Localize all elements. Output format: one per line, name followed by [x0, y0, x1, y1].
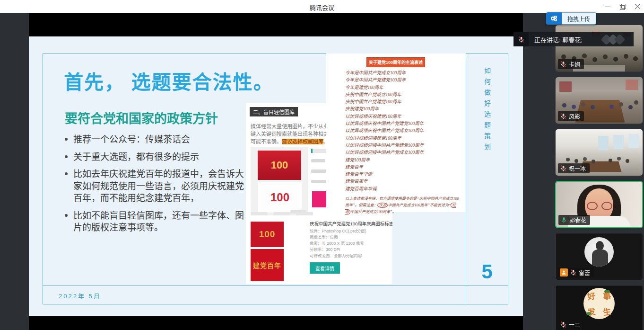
- avatar: [584, 237, 614, 267]
- participant-namebar: 郭春花: [558, 215, 590, 225]
- attendee-heads: [566, 158, 570, 161]
- expression-item: 建党百年华诞: [345, 171, 424, 178]
- participants-rail: 卡姆风影祝一冰郭春花雷蕾好事发生一二: [555, 25, 643, 330]
- participant-name: 雷蕾: [579, 268, 590, 276]
- participant-tile-祝一冰[interactable]: 祝一冰: [555, 129, 643, 176]
- avatar: 好事发生: [583, 288, 615, 319]
- expression-item: 今年是中国共产党建党100周年: [345, 77, 424, 84]
- window-title: 腾讯会议: [0, 3, 644, 12]
- mic-muted-icon: [560, 113, 567, 120]
- expression-item: 今年是建党100周年: [345, 84, 424, 91]
- glasses-icon: [587, 202, 598, 210]
- mic-muted-icon: [560, 61, 567, 68]
- shared-screen-region: 首先， 选题要合法性。 要符合党和国家的政策方针 推荐一个公众号：传媒茶话会关于…: [29, 13, 523, 330]
- circled-word: 庆祝: [377, 203, 388, 208]
- participant-namebar: 风影: [558, 111, 584, 121]
- participant-tile-一二[interactable]: 好事发生一二: [555, 285, 643, 330]
- embedded-screenshot-expressions: 关于建党100周年的主流表述 今年是中国共产党成立100周年今年是中国共产党建党…: [326, 54, 466, 212]
- meeting-logo-watermark-icon: [599, 34, 627, 45]
- expression-item: 庆祝中国共产党建党100周年: [345, 98, 424, 106]
- participant-tile-雷蕾[interactable]: 雷蕾: [555, 233, 643, 280]
- expression-item: 以优异成绩庆祝建党100周年: [345, 113, 424, 120]
- presentation-slide: 首先， 选题要合法性。 要符合党和国家的政策方针 推荐一个公众号：传媒茶话会关于…: [29, 36, 523, 316]
- expression-item: 今年是中国共产党成立100周年: [345, 70, 424, 77]
- participant-name: 风影: [569, 112, 580, 120]
- expression-item: 建党百周年: [345, 178, 424, 185]
- expression-item: 以优异成绩迎接中国共产党建党100周年: [345, 142, 424, 149]
- expression-item: 以优异成绩迎接中国共产党成立100周年: [345, 149, 424, 156]
- app-window: 腾讯会议 首先， 选题要合法性。 要符合党和国家的政策方针 推荐一个公众号：传媒…: [0, 0, 644, 330]
- participant-tile-郭春花[interactable]: 郭春花: [555, 181, 643, 228]
- windows: [628, 134, 639, 148]
- expressions-list: 今年是中国共产党成立100周年今年是中国共产党建党100周年今年是建党100周年…: [345, 70, 424, 193]
- participant-namebar: 雷蕾: [558, 268, 594, 277]
- participant-name: 一二: [569, 321, 580, 329]
- attendee-heads: [562, 103, 566, 107]
- participant-name: 郭春花: [569, 216, 586, 224]
- role-person-icon: [560, 268, 568, 276]
- cloud-drive-icon: [546, 12, 562, 25]
- wall-art: [626, 80, 638, 90]
- speaking-toast: 正在讲话: 郭春花;: [513, 32, 634, 46]
- participant-name: 祝一冰: [569, 164, 586, 172]
- expression-item: 庆祝建党100周年: [345, 106, 424, 113]
- participant-name: 卡姆: [569, 60, 580, 68]
- restore-icon[interactable]: [619, 3, 626, 10]
- attendee-heads: [561, 54, 566, 59]
- expression-item: 以优异成绩庆祝中国共产党成立100周年: [345, 127, 424, 134]
- slide-date: 2022年 5月: [59, 291, 101, 300]
- participant-namebar: 祝一冰: [558, 163, 590, 173]
- slide-page-number: 5: [466, 260, 508, 283]
- mic-active-icon: [560, 216, 567, 223]
- slide-side-strip: 如何做好选题策划 5: [466, 54, 508, 304]
- slide-footer: 2022年 5月: [43, 285, 508, 304]
- expression-item: 建党100周年: [345, 157, 424, 164]
- glasses-icon: [601, 202, 612, 210]
- expression-item: 以优异成绩迎接建党100周年: [345, 135, 424, 142]
- expression-item: 庆祝中国共产党成立100周年: [345, 91, 424, 98]
- minimize-icon[interactable]: [604, 3, 611, 10]
- window-titlebar: 腾讯会议: [0, 0, 644, 13]
- participant-tile-卡姆[interactable]: 卡姆: [555, 25, 643, 72]
- mic-muted-icon: [513, 32, 529, 46]
- expressions-banner: 关于建党100周年的主流表述: [366, 57, 425, 67]
- speaking-toast-text: 正在讲话: 郭春花;: [534, 35, 583, 44]
- expressions-note: 以上表述都没有错，官方语境使用最多的是“庆祝中国共产党成立100周年”。但需注意…: [345, 196, 461, 215]
- expression-item: 建党百周年华诞: [345, 186, 424, 193]
- mic-muted-icon: [560, 165, 567, 172]
- expression-item: 以优异成绩庆祝中国共产党建党100周年: [345, 120, 424, 127]
- participant-namebar: 卡姆: [558, 59, 584, 69]
- close-icon[interactable]: [635, 3, 641, 10]
- mic-muted-icon: [570, 269, 577, 276]
- participant-namebar: 一二: [558, 320, 584, 330]
- expression-item: 建党百年: [345, 164, 424, 171]
- drag-upload-button[interactable]: 拖拽上传: [546, 12, 596, 25]
- drag-upload-label: 拖拽上传: [562, 12, 596, 25]
- participant-tile-风影[interactable]: 风影: [555, 77, 643, 124]
- slide-vertical-title: 如何做好选题策划: [482, 67, 492, 154]
- mic-muted-icon: [560, 321, 567, 328]
